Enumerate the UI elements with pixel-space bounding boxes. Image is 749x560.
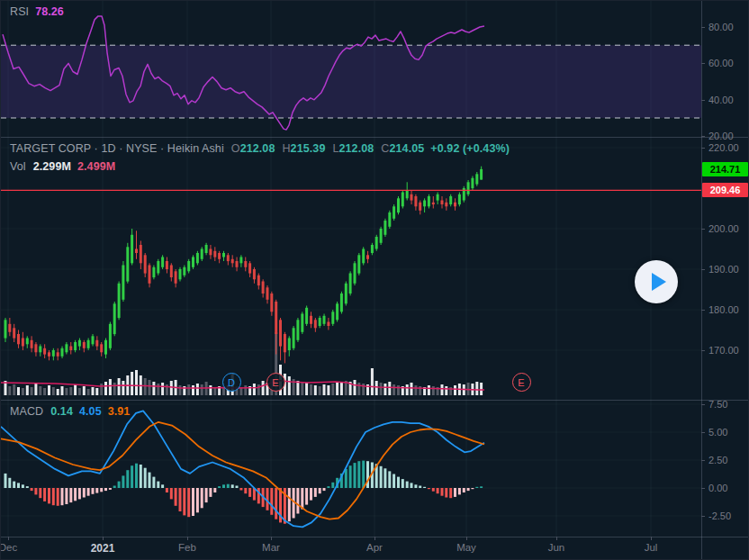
macd-lines [1,411,484,527]
rsi-axis-label: 40.00 [708,95,734,105]
play-icon [652,273,666,291]
price-axis-label-tick [701,310,705,311]
time-axis-label: Mar [262,542,280,553]
change-value: +0.92 (+0.43%) [430,142,510,155]
macd-axis-label-tick [701,404,705,405]
macd-axis-label-tick [701,460,705,461]
macd-histogram-value: 0.14 [50,405,73,418]
price-axis-label: 180.00 [708,304,739,315]
volume-label: Vol [10,160,26,173]
macd-axis-label-tick [701,432,705,433]
dividend-marker[interactable]: D [222,373,241,392]
symbol-legend[interactable]: TARGET CORP · 1D · NYSE · Heikin AshiO21… [10,142,510,155]
ohlc-low-value: 212.08 [339,142,374,155]
price-axis-separator [701,1,702,560]
replay-play-button[interactable] [635,260,678,303]
price-axis-label: 200.00 [708,223,739,234]
macd-axis-label: 7.50 [708,399,727,410]
chart-window: RSI78.26 TARGET CORP · 1D · NYSE · Heiki… [0,0,749,560]
price-line-badge: 209.46 [702,183,748,197]
time-axis-tick [466,537,467,540]
rsi-axis-label-tick [701,27,705,28]
ohlc-high-value: 215.39 [291,142,326,155]
macd-legend[interactable]: MACD0.144.053.91 [10,405,130,418]
ohlc-open-value: 212.08 [240,142,275,155]
time-axis-label: Apr [366,542,383,553]
rsi-axis-label: 60.00 [708,58,734,68]
price-axis-label: 220.00 [708,142,739,153]
time-axis-label: May [456,542,476,553]
macd-line-value: 4.05 [79,405,102,418]
time-axis-tick [8,537,9,540]
rsi-axis-label: 80.00 [708,22,734,32]
volume-ma-value: 2.499M [77,160,115,173]
price-axis-label-tick [701,229,705,230]
time-axis[interactable]: Dec2021FebMarAprMayJunJul [1,537,749,560]
macd-axis-label: -2.50 [708,510,731,521]
price-axis-label-tick [701,148,705,149]
time-axis-tick [374,537,375,540]
macd-axis-label-tick [701,516,705,517]
time-axis-tick [556,537,557,540]
macd-axis-label-tick [701,488,705,489]
ohlc-close-value: 214.05 [390,142,425,155]
time-axis-label: 2021 [91,542,115,555]
ohlc-low-label: L [332,142,338,155]
ohlc-high-label: H [282,142,290,155]
time-axis-label: Dec [1,542,17,553]
price-axis-label: 190.00 [708,264,739,275]
macd-signal-value: 3.91 [108,405,131,418]
time-axis-label: Jul [645,542,658,553]
time-axis-label: Jun [548,542,565,553]
rsi-axis-label-tick [701,100,705,101]
macd-label: MACD [10,405,43,418]
earnings-marker[interactable]: E [512,373,531,392]
last-price-badge: 214.71 [702,162,748,176]
rsi-axis-label-tick [701,136,705,137]
pane-separator[interactable] [1,400,749,401]
rsi-axis-label: 20.00 [708,131,734,141]
ohlc-open-label: O [231,142,240,155]
volume-bars [5,332,483,395]
price-axis-label-tick [701,350,705,351]
pane-separator[interactable] [1,137,749,138]
macd-line [1,411,484,527]
earnings-marker[interactable]: E [266,373,285,392]
rsi-band [1,45,701,118]
volume-legend[interactable]: Vol2.299M2.499M [10,160,115,173]
macd-axis-label: 5.00 [708,427,727,438]
time-axis-tick [651,537,652,540]
rsi-axis-label-tick [701,63,705,64]
rsi-value: 78.26 [35,5,64,18]
price-axis-label-tick [701,269,705,270]
rsi-legend[interactable]: RSI78.26 [10,5,64,18]
macd-axis-label: 2.50 [708,455,727,465]
time-axis-tick [187,537,188,540]
time-axis-tick [271,537,272,540]
macd-histogram [5,461,483,524]
symbol-title: TARGET CORP · 1D · NYSE · Heikin Ashi [10,142,224,155]
volume-value: 2.299M [33,160,71,173]
time-axis-label: Feb [178,542,196,553]
rsi-label: RSI [10,5,29,18]
ohlc-close-label: C [381,142,389,155]
candles-layer [5,167,483,364]
time-axis-tick [103,537,104,540]
price-axis-label: 170.00 [708,345,739,356]
macd-signal-line [1,422,484,519]
macd-axis-label: 0.00 [708,483,727,493]
